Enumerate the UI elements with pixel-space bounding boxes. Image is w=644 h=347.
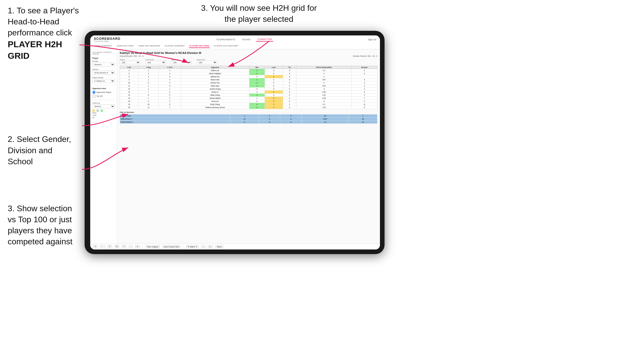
cell-reg: 7 (138, 91, 159, 94)
filters-row: Region (All) Conference (All) Opponent (120, 59, 377, 64)
table-row: 9 1 4 Sharon Mun 1 0 0 3.67 3 (120, 78, 377, 81)
radio-opponents-played[interactable]: Opponents Played (92, 91, 115, 94)
out-cell-rounds: 2 (349, 114, 377, 118)
cell-div: 10 (120, 81, 138, 84)
colour-section: Colour by Win/loss Down Lev (92, 102, 115, 118)
logo: SCOREBOARD Powered by clippd (94, 37, 120, 42)
toolbar-undo[interactable]: ↺ (93, 245, 97, 248)
nav-committee[interactable]: COMMITTEE (256, 37, 273, 42)
out-cell-tie: 0 (280, 118, 302, 121)
tablet-screen: SCOREBOARD Powered by clippd TOURNAMENTS… (90, 35, 380, 249)
col-diff: Diff Av Strokes/Rnd (296, 66, 351, 69)
cell-conf: 5 (159, 94, 181, 97)
cell-reg: 2 (138, 72, 159, 75)
toolbar-timer[interactable]: ⏱ (135, 245, 140, 248)
step2-instruction: 2. Select Gender, Division and School (8, 134, 79, 167)
out-of-division-title: Out of division (120, 111, 377, 113)
cell-conf: 2 (159, 72, 181, 75)
nav-sign-out[interactable]: Sign out (368, 38, 376, 41)
col-div: # Div (120, 66, 138, 69)
cell-conf: 3 (159, 75, 181, 78)
toolbar-save-custom[interactable]: Save Custom View (162, 245, 180, 248)
cell-div: 5 (120, 72, 138, 75)
toolbar-watch[interactable]: 👁 Watch ▼ (186, 245, 199, 248)
out-table-row: Foreign Team 1 0 0 4.5 2 (120, 114, 377, 118)
nav-player-h2h-heatmap[interactable]: PLAYER H2H HEATMAP (213, 44, 239, 48)
nav-player-summary[interactable]: PLAYER SUMMARY (164, 44, 185, 48)
nav-team-h2h-grid[interactable]: TEAM H2H GRID (116, 44, 134, 48)
toolbar-grid-btn[interactable]: ⊞ (115, 245, 119, 248)
filter-conference: Conference (All) (145, 59, 166, 64)
cell-conf: 2 (159, 100, 181, 103)
col-reg: # Reg (138, 66, 159, 69)
cell-loss: 0 (265, 94, 283, 97)
gender-select[interactable]: Women's (92, 63, 115, 66)
cell-reg: 2 (138, 84, 159, 88)
cell-tie: 0 (283, 103, 296, 106)
toolbar-rows[interactable]: ≡↕ (208, 245, 213, 248)
cell-tie: 0 (283, 97, 296, 100)
colour-by-select[interactable]: Win/loss (92, 104, 115, 108)
radio-top100[interactable]: Top 100 (92, 94, 115, 98)
cell-rounds: 9 (352, 91, 377, 94)
toolbar-redo[interactable]: ↻ (107, 245, 112, 248)
division-select[interactable]: NCAA Division III (92, 71, 115, 75)
out-cell-rounds: 10 (349, 121, 377, 124)
cell-rounds: 11 (352, 103, 377, 106)
player-rank-select[interactable]: 8. Katelyn Vo (92, 79, 115, 83)
cell-reg: 10 (138, 103, 159, 106)
cell-conf: 4 (159, 78, 181, 81)
grid-area: Katelyn Vo Head-to-Head Grid for Women's… (117, 49, 380, 244)
legend-down: Down (92, 112, 115, 114)
sidebar-divider (92, 85, 115, 85)
out-cell-diff: 4.5 (301, 114, 348, 118)
cell-rounds: 3 (352, 84, 377, 88)
cell-loss: 0 (265, 84, 283, 88)
toolbar-updown[interactable]: ↕ (201, 245, 205, 248)
nav-teams[interactable]: TEAMS (241, 38, 252, 41)
table-row: 16 1 3 Jessica Mason 1 2 0 -0.94 7 (120, 97, 377, 100)
cell-reg: 6 (138, 81, 159, 84)
table-row: 20 11 7 Federica Domecq Lacroze 2 1 0 1.… (120, 106, 377, 109)
nav-player-h2h-grid[interactable]: PLAYER H2H GRID (189, 44, 210, 48)
toolbar-back[interactable]: ← (100, 245, 105, 248)
cell-win: 0 (249, 100, 265, 103)
cell-win: 2 (249, 91, 265, 94)
cell-name: Jessica Mason (181, 97, 249, 100)
table-row: 3 1 1 Esther Lee 1 0 0 1.5 4 (120, 69, 377, 72)
table-row: 5 2 2 Alexis Sudjianto 1 0 0 4 3 (120, 72, 377, 75)
toolbar-dot[interactable]: · (129, 245, 133, 248)
cell-conf: 7 (159, 106, 181, 109)
bottom-toolbar: ↺ ← ↻ ⊞ ↩ · ⏱ | View: Original Save Cust… (90, 244, 380, 249)
cell-tie: 0 (283, 91, 296, 94)
opponents-select[interactable]: (All) (197, 61, 217, 64)
cell-name: Emily Chang (181, 103, 249, 106)
cell-diff: -0.94 (296, 97, 351, 100)
cell-conf: 5 (159, 84, 181, 88)
cell-tie: 0 (283, 94, 296, 97)
cell-win: 4 (249, 103, 265, 106)
table-row: 11 2 5 Heejo Hyun 1 0 0 3.33 3 (120, 84, 377, 88)
cell-loss: 2 (265, 100, 283, 103)
nav-sub-links: TEAM SUMMARY TEAM H2H GRID TEAM H2H HEAT… (94, 43, 376, 49)
cell-diff: 1.5 (296, 69, 351, 72)
cell-diff: 3.33 (296, 84, 351, 88)
cell-rounds: 4 (352, 94, 377, 97)
nav-bar: SCOREBOARD Powered by clippd TOURNAMENTS… (90, 35, 380, 49)
step1-instruction: 1. To see a Player's Head-to-Head perfor… (8, 5, 79, 62)
cell-name: Jessica Huang (181, 88, 249, 91)
table-row: 15 8 5 Stella Cheng 1 0 0 1.25 4 (120, 94, 377, 97)
nav-team-h2h-heatmap[interactable]: TEAM H2H HEATMAP (138, 44, 161, 48)
conference-select[interactable]: (All) (145, 61, 166, 64)
cell-div: 13 (120, 88, 138, 91)
filter-opponent: Opponent (All) (171, 59, 192, 64)
opponent-select[interactable]: (All) (171, 61, 192, 64)
region-select[interactable]: (All) (120, 61, 140, 64)
nav-tournaments[interactable]: TOURNAMENTS (215, 38, 236, 41)
out-cell-tie: 0 (280, 121, 302, 124)
toolbar-view-original[interactable]: View: Original (146, 245, 160, 248)
nav-team-summary[interactable]: TEAM SUMMARY (94, 44, 113, 48)
toolbar-return[interactable]: ↩ (122, 245, 126, 248)
toolbar-share[interactable]: Share (215, 245, 223, 248)
cell-diff: -5 (296, 100, 351, 103)
